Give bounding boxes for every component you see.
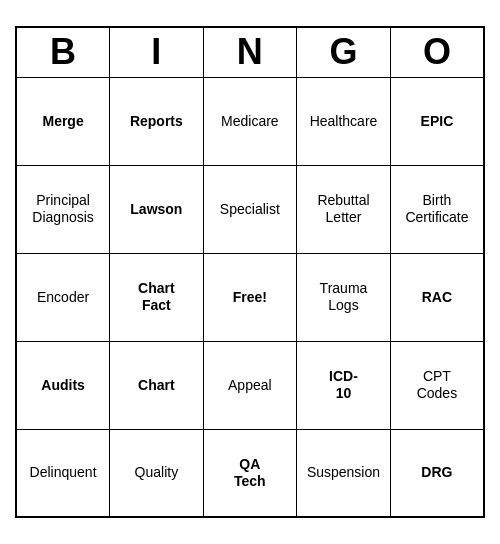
cell-r2c3: Specialist — [203, 165, 297, 253]
table-row: Audits Chart Appeal ICD-10 CPTCodes — [16, 341, 484, 429]
header-o: O — [390, 27, 484, 77]
header-g: G — [297, 27, 391, 77]
cell-r4c1: Audits — [16, 341, 110, 429]
cell-r4c3: Appeal — [203, 341, 297, 429]
header-i: I — [110, 27, 203, 77]
cell-r1c2: Reports — [110, 77, 203, 165]
header-n: N — [203, 27, 297, 77]
cell-r4c4: ICD-10 — [297, 341, 391, 429]
table-row: PrincipalDiagnosis Lawson Specialist Reb… — [16, 165, 484, 253]
cell-r5c3: QATech — [203, 429, 297, 517]
bingo-card: B I N G O Merge Reports Medicare Healthc… — [15, 26, 485, 518]
table-row: Delinquent Quality QATech Suspension DRG — [16, 429, 484, 517]
cell-r1c4: Healthcare — [297, 77, 391, 165]
cell-r5c1: Delinquent — [16, 429, 110, 517]
cell-r3c2: ChartFact — [110, 253, 203, 341]
cell-r2c1: PrincipalDiagnosis — [16, 165, 110, 253]
cell-r2c2: Lawson — [110, 165, 203, 253]
cell-r1c1: Merge — [16, 77, 110, 165]
cell-r5c5: DRG — [390, 429, 484, 517]
cell-r2c4: RebuttalLetter — [297, 165, 391, 253]
header-row: B I N G O — [16, 27, 484, 77]
cell-r2c5: BirthCertificate — [390, 165, 484, 253]
cell-r3c1: Encoder — [16, 253, 110, 341]
cell-r4c5: CPTCodes — [390, 341, 484, 429]
cell-r3c3: Free! — [203, 253, 297, 341]
cell-r3c5: RAC — [390, 253, 484, 341]
cell-r5c2: Quality — [110, 429, 203, 517]
table-row: Merge Reports Medicare Healthcare EPIC — [16, 77, 484, 165]
cell-r4c2: Chart — [110, 341, 203, 429]
cell-r3c4: TraumaLogs — [297, 253, 391, 341]
cell-r1c3: Medicare — [203, 77, 297, 165]
cell-r5c4: Suspension — [297, 429, 391, 517]
table-row: Encoder ChartFact Free! TraumaLogs RAC — [16, 253, 484, 341]
header-b: B — [16, 27, 110, 77]
cell-r1c5: EPIC — [390, 77, 484, 165]
